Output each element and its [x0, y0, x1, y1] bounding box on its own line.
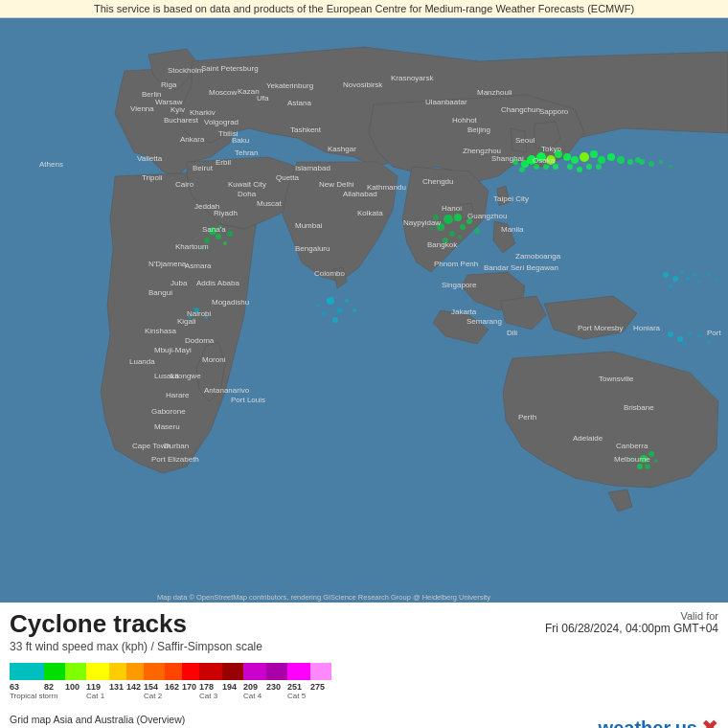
- svg-text:Maseru: Maseru: [154, 422, 180, 431]
- legend-cat-3: Cat 1: [86, 692, 104, 700]
- svg-text:Vienna: Vienna: [130, 104, 154, 113]
- svg-text:Asmara: Asmara: [185, 262, 212, 270]
- svg-text:Changchun: Changchun: [501, 105, 540, 114]
- svg-text:Bangui: Bangui: [148, 288, 172, 297]
- legend-label-group-3: 119Cat 1: [86, 682, 109, 700]
- svg-text:Tripoli: Tripoli: [142, 173, 163, 182]
- svg-text:Athens: Athens: [39, 160, 63, 169]
- legend-value-5: 142: [126, 682, 141, 692]
- legend-value-12: 230: [266, 682, 281, 692]
- svg-text:Tokyo: Tokyo: [541, 145, 561, 153]
- svg-text:Kolkata: Kolkata: [357, 209, 383, 217]
- svg-text:Riga: Riga: [161, 80, 177, 89]
- svg-text:Kyiv: Kyiv: [171, 105, 185, 114]
- svg-text:Map data © OpenStreetMap contr: Map data © OpenStreetMap contributors, r…: [157, 593, 490, 602]
- footer-left: Grid map Asia and Australia (Overview) E…: [10, 713, 269, 728]
- svg-text:Jakarta: Jakarta: [451, 307, 477, 316]
- svg-text:Manila: Manila: [501, 225, 524, 234]
- legend-label-group-1: 82: [44, 682, 65, 700]
- legend-value-10: 194: [222, 682, 237, 692]
- svg-text:Baku: Baku: [232, 136, 249, 145]
- svg-text:Semarang: Semarang: [466, 317, 502, 326]
- svg-point-60: [686, 277, 690, 281]
- svg-text:Shanghai: Shanghai: [491, 154, 524, 163]
- svg-text:Kuwait City: Kuwait City: [228, 180, 266, 189]
- svg-text:Antananarivo: Antananarivo: [204, 386, 250, 395]
- svg-point-70: [707, 340, 711, 344]
- svg-text:Kashgar: Kashgar: [328, 145, 356, 153]
- svg-text:Naypyidaw: Naypyidaw: [403, 218, 441, 227]
- legend-color-block-12: [266, 663, 287, 680]
- legend-color-block-13: [287, 663, 310, 680]
- svg-point-76: [654, 459, 658, 463]
- svg-text:Moroni: Moroni: [202, 355, 226, 364]
- legend-color-block-2: [65, 663, 86, 680]
- footer-section: Grid map Asia and Australia (Overview) E…: [10, 713, 718, 728]
- legend-labels: 63Tropical storm82100119Cat 1131142154Ca…: [10, 682, 718, 700]
- svg-point-74: [645, 464, 650, 469]
- svg-point-19: [454, 214, 462, 221]
- legend-value-14: 275: [310, 682, 325, 692]
- svg-text:Yekaterinburg: Yekaterinburg: [266, 81, 313, 90]
- svg-text:Port: Port: [707, 329, 721, 337]
- svg-text:Bandar Seri Begawan: Bandar Seri Begawan: [484, 263, 558, 272]
- svg-text:Gaborone: Gaborone: [151, 407, 186, 416]
- legend-color-bar: [10, 663, 718, 680]
- svg-text:Guangzhou: Guangzhou: [467, 212, 507, 220]
- svg-text:Ufa: Ufa: [257, 94, 269, 102]
- svg-text:Sapporo: Sapporo: [539, 107, 569, 116]
- svg-text:Singapore: Singapore: [442, 281, 477, 289]
- svg-point-65: [668, 331, 673, 337]
- legend-label-group-9: 178Cat 3: [199, 682, 222, 700]
- svg-point-53: [648, 161, 654, 167]
- svg-point-9: [337, 307, 343, 313]
- svg-point-34: [571, 156, 579, 164]
- svg-point-8: [327, 297, 334, 305]
- svg-point-67: [688, 332, 692, 336]
- svg-point-33: [563, 153, 571, 161]
- svg-text:Cairo: Cairo: [175, 180, 194, 189]
- legend-label-group-7: 162: [165, 682, 182, 700]
- svg-text:Doha: Doha: [238, 190, 257, 198]
- svg-point-54: [659, 160, 663, 164]
- legend-color-block-9: [199, 663, 222, 680]
- legend-color-block-5: [126, 663, 144, 680]
- svg-point-57: [672, 276, 678, 282]
- svg-text:Chengdu: Chengdu: [422, 177, 453, 186]
- svg-text:Beirut: Beirut: [193, 164, 214, 172]
- legend-label-group-5: 142: [126, 682, 144, 700]
- svg-text:Beijing: Beijing: [467, 125, 490, 134]
- subtitle: 33 ft wind speed max (kph) / Saffir-Simp…: [10, 640, 262, 653]
- legend-value-9: 178: [199, 682, 214, 692]
- svg-point-37: [598, 156, 605, 164]
- svg-text:Adelaide: Adelaide: [573, 434, 603, 443]
- svg-point-56: [663, 272, 669, 278]
- svg-point-13: [316, 304, 320, 307]
- svg-text:Valletta: Valletta: [137, 154, 163, 163]
- svg-text:Riyadh: Riyadh: [214, 209, 238, 217]
- svg-text:Quetta: Quetta: [276, 173, 300, 182]
- svg-text:Krasnoyarsk: Krasnoyarsk: [391, 74, 434, 82]
- svg-point-2: [216, 234, 221, 239]
- svg-point-36: [590, 150, 598, 158]
- svg-text:Kinshasa: Kinshasa: [145, 327, 176, 335]
- legend-label-group-13: 251Cat 5: [287, 682, 310, 700]
- svg-text:Canberra: Canberra: [616, 442, 648, 450]
- svg-text:Kigali: Kigali: [177, 317, 196, 326]
- svg-text:Volgograd: Volgograd: [204, 118, 239, 126]
- legend-label-group-2: 100: [65, 682, 86, 700]
- legend-color-block-14: [310, 663, 331, 680]
- legend-value-1: 82: [44, 682, 54, 692]
- svg-point-55: [669, 165, 672, 169]
- legend-label-group-4: 131: [109, 682, 126, 700]
- svg-text:N'Djamena: N'Djamena: [148, 260, 187, 268]
- svg-text:Muscat: Muscat: [257, 199, 283, 208]
- svg-text:Durban: Durban: [164, 442, 189, 450]
- svg-point-73: [637, 464, 643, 469]
- svg-point-47: [586, 164, 592, 170]
- svg-point-45: [567, 164, 573, 170]
- svg-text:Novosibirsk: Novosibirsk: [343, 80, 383, 89]
- legend-value-13: 251: [287, 682, 302, 692]
- svg-point-62: [697, 280, 701, 284]
- legend-value-8: 170: [182, 682, 196, 692]
